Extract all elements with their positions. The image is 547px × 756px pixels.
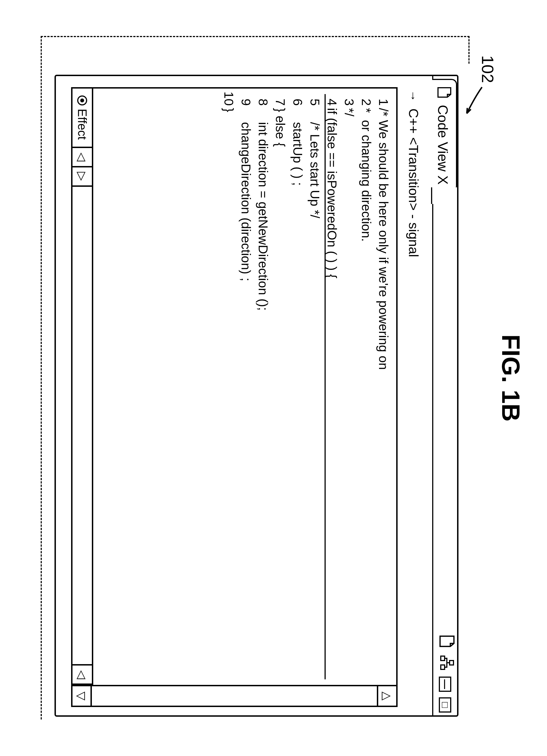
line-text: } [220, 108, 237, 112]
titlebar: Code View X — □ [432, 76, 457, 715]
line-number: 8 [255, 91, 272, 108]
line-number: 6 [289, 91, 306, 108]
line-number: 4 [323, 91, 341, 108]
code-line: 3*/ [341, 91, 358, 682]
code-line: 1/* We should be here only if we're powe… [375, 91, 392, 682]
arrow-right-icon: → [407, 90, 420, 102]
breadcrumb-text: C++ <Transition> - signal [406, 108, 421, 257]
line-text: /* We should be here only if we're power… [375, 108, 392, 370]
line-number: 5 [306, 91, 323, 108]
code-line: 8 int direction = getNewDirection (); [255, 91, 272, 682]
file-icon-2[interactable] [435, 634, 455, 649]
bottom-bar: Effect ◁ ▷ ◁ [72, 89, 93, 685]
svg-rect-1 [441, 656, 445, 661]
titlebar-controls: — □ [435, 634, 455, 713]
line-number: 2 [358, 91, 375, 108]
radio-icon [77, 95, 87, 105]
line-text: * or changing direction. [358, 108, 375, 242]
scroll-down-button[interactable]: ▽ [72, 686, 92, 706]
code-line: 7} else { [272, 91, 289, 682]
svg-rect-2 [441, 665, 445, 669]
line-text: /* Lets start Up */ [306, 108, 323, 218]
window-title: Code View X [435, 105, 451, 185]
vscroll-track[interactable] [92, 686, 377, 706]
code-line: 4if (false == isPoweredOn ( ) ) { [323, 91, 341, 682]
scroll-left-button[interactable]: ◁ [72, 148, 92, 167]
line-text: */ [341, 108, 358, 116]
code-area[interactable]: 1/* We should be here only if we're powe… [93, 89, 396, 685]
hscroll-track[interactable] [72, 187, 92, 666]
line-text: startUp ( ) ; [289, 108, 306, 186]
vertical-scrollbar: △ ▽ [72, 685, 396, 706]
svg-rect-0 [450, 661, 453, 665]
breadcrumb[interactable]: → C++ <Transition> - signal [398, 87, 427, 707]
line-number: 1 [375, 91, 392, 108]
minimize-button[interactable]: — [439, 677, 452, 692]
line-number: 3 [341, 91, 358, 108]
reference-number: 102 [478, 55, 497, 83]
effect-label: Effect [75, 109, 89, 140]
code-line: 10} [220, 91, 237, 682]
code-line: 2* or changing direction. [358, 91, 375, 682]
line-number: 7 [272, 91, 289, 108]
file-icon [434, 86, 452, 99]
code-line: 5 /* Lets start Up */ [306, 91, 323, 682]
editor-main: 1/* We should be here only if we're powe… [72, 89, 396, 685]
maximize-button[interactable]: □ [439, 697, 452, 713]
code-divider [325, 94, 326, 679]
scroll-left-end-button[interactable]: ◁ [72, 666, 92, 685]
line-number: 10 [220, 91, 237, 108]
line-text: changeDirection (direction) ; [237, 108, 255, 281]
code-editor: 1/* We should be here only if we're powe… [71, 87, 398, 707]
line-number: 9 [237, 91, 255, 108]
line-text: if (false == isPoweredOn ( ) ) { [323, 108, 341, 278]
line-text: } else { [272, 108, 289, 147]
code-line: 9 changeDirection (direction) ; [237, 91, 255, 682]
figure-label: FIG. 1B [496, 0, 525, 756]
effect-tab[interactable]: Effect [72, 89, 92, 148]
code-view-window: Code View X — □ → C++ <Transition> - sig… [55, 75, 458, 717]
code-line: 6 startUp ( ) ; [289, 91, 306, 682]
window-tab[interactable]: Code View X [432, 79, 457, 197]
line-text: int direction = getNewDirection (); [255, 108, 272, 310]
network-icon[interactable] [436, 654, 455, 671]
scroll-up-button[interactable]: △ [377, 686, 396, 706]
scroll-right-button[interactable]: ▷ [72, 167, 92, 187]
canvas-area: → C++ <Transition> - signal 1/* We shoul… [66, 76, 432, 715]
